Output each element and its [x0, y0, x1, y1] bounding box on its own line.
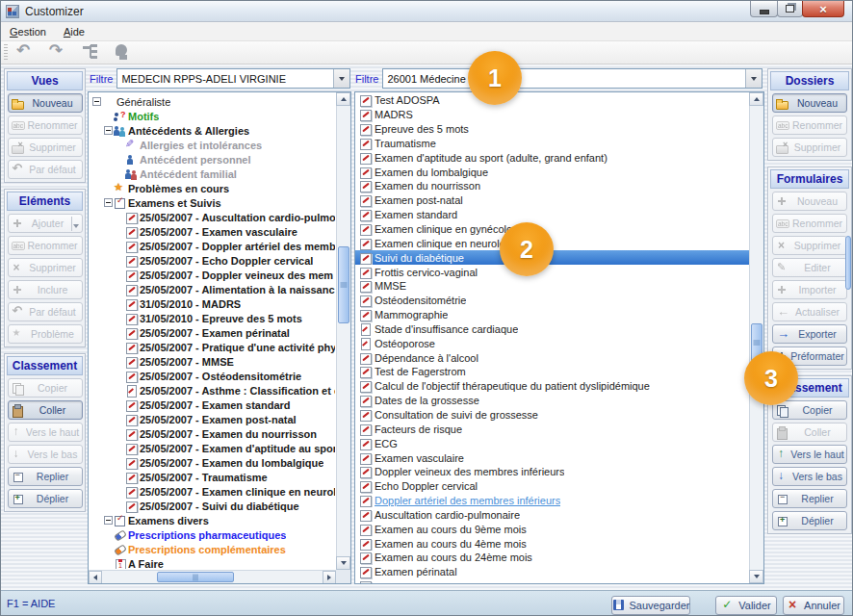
tree-item[interactable]: Allergies et intolérances [89, 138, 335, 152]
menu-gestion[interactable]: Gestion [1, 23, 55, 40]
cancel-button[interactable]: Annuler [783, 596, 844, 615]
scroll-right-arrow[interactable] [323, 571, 336, 584]
tree-item[interactable]: 25/05/2007 - Suivi du diabétique [89, 499, 335, 513]
stamp-icon[interactable] [111, 43, 136, 63]
scrollbar-thumb[interactable] [338, 246, 349, 323]
tree-item[interactable]: 25/05/2007 - Examen du nourrisson [89, 426, 335, 441]
tree-horizontal-scrollbar[interactable] [89, 570, 336, 583]
classement-replier-button[interactable]: Replier [772, 489, 847, 508]
tree-item[interactable]: 25/05/2007 - Examen vasculaire [89, 224, 335, 239]
list-item[interactable]: Ostéodensitométrie [355, 294, 749, 308]
list-item[interactable]: Test de Fagerstrom [355, 365, 749, 379]
list-item[interactable]: Doppler veineux des membres inférieurs [355, 465, 749, 479]
classement-replier-button[interactable]: Replier [8, 467, 83, 486]
vues-nouveau-button[interactable]: Nouveau [8, 93, 83, 113]
list-item[interactable]: Dates de la grossesse [355, 394, 749, 408]
tree-item[interactable]: 25/05/2007 - Ostéodensitométrie [89, 369, 335, 383]
tree-item[interactable]: Examens divers [89, 513, 335, 527]
collapse-toggle[interactable] [104, 198, 113, 207]
right-scrollbar-thumb[interactable] [845, 236, 851, 290]
list-item[interactable]: MADRS [355, 108, 749, 122]
tree-item[interactable]: A Faire [89, 556, 335, 569]
scroll-down-arrow[interactable] [749, 570, 763, 583]
list-item[interactable]: Examen standard [355, 208, 749, 222]
list-item[interactable]: Epreuve des 5 mots [355, 122, 749, 137]
collapse-toggle[interactable] [92, 97, 101, 106]
tree-item[interactable]: 25/05/2007 - Examen standard [89, 398, 335, 412]
tree-item[interactable]: 25/05/2007 - MMSE [89, 354, 335, 369]
tree-item[interactable]: 25/05/2007 - Examen clinique en neurol [89, 484, 335, 499]
list-item[interactable]: Examen post-natal [355, 193, 749, 208]
scroll-down-arrow[interactable] [336, 556, 350, 570]
list-item[interactable]: Doppler artériel des membres inférieurs [355, 494, 749, 508]
list-item[interactable]: Examen périnatal [355, 565, 749, 579]
tree-item[interactable]: Problèmes en cours [89, 181, 335, 195]
list-item[interactable]: Stade d'insuffisance cardiaque [355, 322, 749, 337]
formulaires-exporter-button[interactable]: Exporter [772, 324, 847, 344]
tree-item[interactable]: 25/05/2007 - Auscultation cardio-pulmo [89, 210, 335, 224]
tree-item[interactable]: 25/05/2007 - Examen périnatal [89, 325, 335, 340]
collapse-toggle[interactable] [104, 516, 113, 525]
list-item[interactable]: Examen d'aptitude au sport (adulte, gran… [355, 150, 749, 165]
list-item[interactable]: Examen au cours du 4ème mois [355, 536, 749, 551]
form-filter-combobox[interactable]: 26001 Médecine Générale [382, 68, 763, 89]
redo-icon[interactable] [45, 43, 70, 63]
tree-item[interactable]: 25/05/2007 - Echo Doppler cervical [89, 253, 335, 268]
menu-aide[interactable]: Aide [55, 23, 93, 40]
tree-item[interactable]: 25/05/2007 - Pratique d'une activité phy [89, 340, 335, 354]
list-item[interactable]: Examen au cours du 24ème mois [355, 551, 749, 565]
save-button[interactable]: Sauvegarder [611, 596, 690, 615]
tree-item[interactable]: Généraliste [89, 94, 335, 109]
dropdown-arrow-icon[interactable] [71, 217, 80, 231]
minimize-button[interactable] [750, 1, 778, 17]
view-filter-combobox[interactable]: MEDECIN RPPS-ADELI VIRGINIE [116, 68, 350, 89]
list-item[interactable]: Examen du nourrisson [355, 179, 749, 193]
list-item[interactable]: Frottis cervico-vaginal [355, 265, 749, 279]
classement-vers-le-bas-button[interactable]: Vers le bas [772, 467, 847, 486]
tree-item[interactable]: Prescriptions complémentaires [89, 542, 335, 556]
tree-item[interactable]: 25/05/2007 - Alimentation à la naissanc [89, 282, 335, 296]
list-vertical-scrollbar[interactable] [749, 92, 763, 583]
list-item[interactable]: Test ADOSPA [355, 93, 749, 108]
list-item[interactable]: ECG [355, 436, 749, 450]
list-item[interactable]: Examen clinique en gynécologie [355, 222, 749, 237]
tree-item[interactable]: Motifs [89, 109, 335, 123]
classement-deplier-button[interactable]: Déplier [772, 511, 847, 530]
tree-vertical-scrollbar[interactable] [336, 92, 350, 570]
tree-item[interactable]: Antécédent familial [89, 167, 335, 181]
classement-deplier-button[interactable]: Déplier [8, 489, 83, 508]
undo-icon[interactable] [13, 43, 38, 63]
classement-copier-button[interactable]: Copier [772, 400, 847, 420]
list-item[interactable]: Calcul de l'objectif thérapeutique du pa… [355, 379, 749, 394]
list-item[interactable]: Facteurs de risque [355, 422, 749, 436]
tree-item[interactable]: 31/05/2010 - Epreuve des 5 mots [89, 311, 335, 325]
tree-item[interactable]: 25/05/2007 - Examen du lombalgique [89, 455, 335, 470]
list-item[interactable]: Dépendance à l'alcool [355, 350, 749, 365]
scroll-left-arrow[interactable] [89, 571, 102, 584]
list-item[interactable]: Examen vasculaire [355, 450, 749, 465]
tree-item[interactable]: 25/05/2007 - Examen post-natal [89, 412, 335, 426]
collapse-toggle[interactable] [104, 126, 113, 135]
list-item[interactable]: Examen au cours du 9ème mois [355, 522, 749, 536]
scroll-up-arrow[interactable] [336, 92, 350, 106]
chevron-down-icon[interactable] [745, 69, 762, 88]
list-item[interactable]: Examen du lombalgique [355, 165, 749, 179]
restore-button[interactable] [777, 1, 803, 17]
tree-item[interactable]: Antécédents & Allergies [89, 123, 335, 138]
hierarchy-icon[interactable] [78, 43, 103, 63]
classement-coller-button[interactable]: Coller [8, 400, 83, 420]
tree-item[interactable]: 25/05/2007 - Traumatisme [89, 470, 335, 484]
list-item[interactable]: Traumatisme [355, 137, 749, 151]
list-item[interactable]: Consultation de suivi de grossesse [355, 408, 749, 423]
scrollbar-thumb[interactable] [157, 572, 234, 582]
classement-vers-le-haut-button[interactable]: Vers le haut [772, 445, 847, 464]
list-item[interactable]: Ostéoporose [355, 336, 749, 350]
tree-item[interactable]: Examens et Suivis [89, 195, 335, 210]
tree-item[interactable]: 25/05/2007 - Asthme : Classification et … [89, 383, 335, 398]
tree-item[interactable]: 31/05/2010 - MADRS [89, 296, 335, 311]
tree-item[interactable]: 25/05/2007 - Doppler veineux des mem [89, 268, 335, 282]
list-item[interactable]: Echo Doppler cervical [355, 479, 749, 494]
close-button[interactable] [802, 1, 844, 17]
validate-button[interactable]: Valider [715, 596, 777, 615]
list-item[interactable] [355, 579, 749, 583]
